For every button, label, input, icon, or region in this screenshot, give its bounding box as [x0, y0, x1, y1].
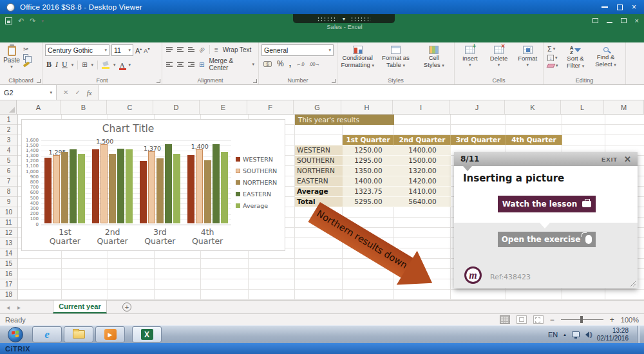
cancel-icon[interactable]: ✕ [63, 89, 68, 96]
align-bottom-icon[interactable] [188, 47, 194, 52]
page-layout-view-icon[interactable] [516, 315, 527, 324]
row-label[interactable]: EASTERN [295, 176, 343, 187]
page-break-view-icon[interactable] [533, 315, 544, 324]
taskbar-excel-button[interactable]: X [132, 326, 162, 342]
row-header-18[interactable]: 18 [0, 290, 17, 300]
row-header-8[interactable]: 8 [0, 187, 17, 197]
network-icon[interactable] [572, 331, 580, 337]
window-close-icon[interactable]: × [632, 3, 636, 11]
copy-icon[interactable] [23, 54, 28, 60]
row-header-4[interactable]: 4 [0, 145, 17, 156]
zoom-out-icon[interactable]: − [550, 315, 554, 324]
value-q2[interactable]: 1420.00 [394, 176, 451, 187]
hidden-icons-icon[interactable]: ▴ [564, 332, 566, 337]
value-q2[interactable]: 1400.00 [394, 145, 451, 156]
autosum-button[interactable]: Σ▾ [547, 45, 558, 53]
watch-lesson-button[interactable]: Watch the lesson [498, 196, 596, 212]
row-header-1[interactable]: 1 [0, 115, 17, 125]
row-header-6[interactable]: 6 [0, 166, 17, 176]
font-dialog-launcher[interactable] [156, 79, 160, 83]
excel-restore-icon[interactable] [621, 18, 627, 23]
row-header-2[interactable]: 2 [0, 125, 17, 135]
grow-font-icon[interactable]: A▴ [135, 46, 142, 55]
zoom-slider[interactable] [561, 319, 603, 320]
column-header-K[interactable]: K [505, 100, 561, 114]
taskbar-explorer-button[interactable] [64, 326, 93, 342]
insert-function-icon[interactable]: fx [87, 89, 92, 97]
qat-dropdown-icon[interactable]: ▾ [41, 19, 44, 24]
column-header-A[interactable]: A [17, 100, 61, 114]
language-indicator[interactable]: EN [548, 331, 558, 339]
normal-view-icon[interactable] [500, 315, 510, 324]
clock[interactable]: 13:28 02/11/2016 [597, 327, 631, 342]
column-header-I[interactable]: I [393, 100, 450, 114]
decrease-decimal-icon[interactable]: .00→ [309, 61, 319, 67]
value-q1[interactable]: 5295.00 [343, 197, 394, 207]
window-minimize-icon[interactable] [601, 6, 608, 8]
overlay-header[interactable]: 8/11 EXIT ✕ [454, 152, 638, 166]
value-q1[interactable]: 1350.00 [343, 166, 394, 176]
fill-caret-icon[interactable]: ▾ [113, 62, 116, 68]
value-q1[interactable]: 1400.00 [343, 176, 394, 187]
number-dialog-launcher[interactable] [332, 79, 336, 83]
format-cells-button[interactable]: Format ▾ [514, 44, 541, 68]
comma-style-button[interactable]: , [289, 59, 291, 68]
value-q2[interactable]: 1500.00 [394, 156, 451, 166]
column-header-G[interactable]: G [294, 100, 341, 114]
sheet-tab-current-year[interactable]: Current year [53, 301, 107, 313]
column-header-H[interactable]: H [341, 100, 393, 114]
new-sheet-icon[interactable]: + [122, 303, 131, 312]
cell-styles-button[interactable]: Cell Styles ▾ [416, 44, 452, 69]
alignment-dialog-launcher[interactable] [253, 79, 257, 83]
merge-center-button[interactable]: Merge & Center [209, 57, 247, 71]
zoom-slider-handle[interactable] [580, 316, 583, 323]
row-header-13[interactable]: 13 [0, 238, 17, 248]
number-format-select[interactable]: General ▾ [261, 44, 334, 56]
insert-cells-button[interactable]: Insert ▾ [457, 44, 484, 68]
value-q2[interactable]: 1410.00 [394, 187, 451, 197]
paste-button[interactable]: Paste ▾ [2, 44, 21, 70]
borders-icon[interactable]: ⊞ [82, 61, 87, 68]
zoom-in-icon[interactable]: + [610, 315, 614, 324]
row-label[interactable]: SOUTHERN [295, 156, 343, 166]
row-header-3[interactable]: 3 [0, 135, 17, 145]
orientation-icon[interactable]: ab [198, 46, 206, 54]
zoom-level[interactable]: 100% [621, 316, 639, 324]
row-header-17[interactable]: 17 [0, 279, 17, 290]
row-header-14[interactable]: 14 [0, 248, 17, 259]
redo-icon[interactable]: ↷ [30, 17, 35, 25]
shrink-font-icon[interactable]: A▾ [144, 46, 149, 54]
select-all-corner[interactable] [0, 100, 17, 114]
format-as-table-button[interactable]: Format as Table ▾ [377, 44, 413, 69]
save-icon[interactable] [5, 17, 12, 24]
borders-caret-icon[interactable]: ▾ [91, 62, 94, 68]
citrix-toolbar-grip[interactable]: ▼ [293, 14, 395, 23]
sheet-nav-left-icon[interactable]: ◂ [6, 304, 10, 311]
chart-title[interactable]: Chart Title [22, 123, 234, 135]
show-desktop-button[interactable] [637, 326, 640, 344]
open-exercise-button[interactable]: Open the exercise [498, 232, 596, 247]
row-header-9[interactable]: 9 [0, 197, 17, 207]
row-header-10[interactable]: 10 [0, 207, 17, 218]
accounting-format-icon[interactable]: $ [263, 61, 272, 67]
column-header-J[interactable]: J [450, 100, 505, 114]
delete-cells-button[interactable]: Delete ▾ [486, 44, 513, 68]
align-top-icon[interactable] [166, 47, 173, 52]
clipboard-dialog-launcher[interactable] [37, 79, 41, 83]
align-right-icon[interactable] [188, 62, 194, 67]
value-q1[interactable]: 1323.75 [343, 187, 394, 197]
chart-object[interactable]: Chart Title WESTERNSOUTHERNNORTHERNEASTE… [21, 119, 285, 251]
column-header-D[interactable]: D [153, 100, 200, 114]
row-header-16[interactable]: 16 [0, 269, 17, 279]
excel-minimize-icon[interactable] [607, 22, 612, 23]
ribbon-display-options-icon[interactable] [592, 18, 598, 23]
font-color-icon[interactable]: A [120, 62, 125, 68]
row-label[interactable]: Average [295, 187, 343, 197]
name-box[interactable]: G2 ▾ [0, 85, 57, 100]
value-q2[interactable]: 5640.00 [394, 197, 451, 207]
cut-icon[interactable]: ✂ [23, 46, 30, 53]
row-header-12[interactable]: 12 [0, 228, 17, 238]
underline-button[interactable]: U [62, 60, 68, 70]
increase-decimal-icon[interactable]: ←.0 [296, 61, 304, 67]
font-name-select[interactable]: Century Gothic ▾ [45, 44, 109, 56]
